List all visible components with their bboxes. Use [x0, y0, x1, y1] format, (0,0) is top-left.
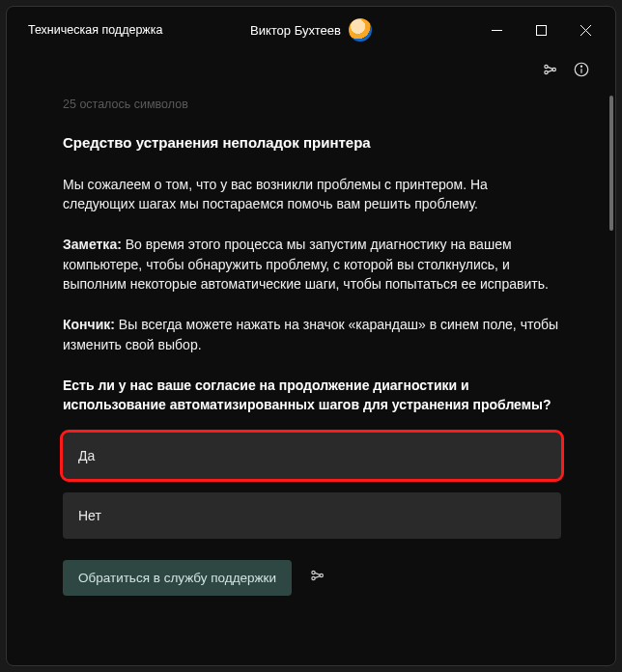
- app-window: Техническая поддержка Виктор Бухтеев: [6, 6, 616, 666]
- close-button[interactable]: [563, 11, 608, 49]
- note-body: Во время этого процесса мы запустим диаг…: [63, 237, 549, 292]
- user-avatar-icon: [349, 18, 372, 42]
- info-icon[interactable]: [573, 61, 590, 82]
- char-counter: 25 осталось символов: [63, 96, 561, 113]
- option-no-label: Нет: [78, 508, 101, 523]
- share-icon[interactable]: [542, 61, 559, 82]
- svg-point-14: [320, 574, 323, 576]
- toolbar: [7, 53, 615, 90]
- titlebar: Техническая поддержка Виктор Бухтеев: [7, 7, 615, 53]
- user-info: Виктор Бухтеев: [250, 18, 372, 42]
- app-title: Техническая поддержка: [28, 23, 162, 37]
- scrollbar[interactable]: [608, 90, 613, 665]
- option-yes[interactable]: Да: [63, 433, 561, 479]
- svg-point-13: [312, 576, 315, 579]
- share-icon[interactable]: [309, 567, 326, 589]
- window-controls: [474, 11, 608, 49]
- tip-paragraph: Кончик: Вы всегда можете нажать на значо…: [63, 315, 561, 354]
- minimize-button[interactable]: [474, 11, 519, 49]
- svg-line-15: [315, 573, 320, 574]
- svg-point-11: [580, 66, 581, 67]
- tip-body: Вы всегда можете нажать на значок «каран…: [63, 317, 558, 351]
- contact-support-button[interactable]: Обратиться в службу поддержки: [63, 560, 292, 596]
- svg-line-16: [315, 576, 320, 578]
- svg-point-5: [545, 70, 548, 73]
- svg-line-8: [548, 70, 552, 72]
- intro-text: Мы сожалеем о том, что у вас возникли пр…: [63, 175, 561, 214]
- note-paragraph: Заметка: Во время этого процесса мы запу…: [63, 235, 561, 294]
- svg-line-7: [548, 67, 552, 69]
- scrollbar-thumb[interactable]: [609, 96, 613, 231]
- footer-row: Обратиться в службу поддержки: [63, 560, 561, 596]
- option-no[interactable]: Нет: [63, 492, 561, 539]
- troubleshooter-heading: Средство устранения неполадок принтера: [63, 132, 561, 154]
- svg-point-12: [312, 571, 315, 574]
- consent-question: Есть ли у нас ваше согласие на продолжен…: [63, 376, 561, 415]
- svg-rect-1: [536, 25, 546, 35]
- content-area: 25 осталось символов Средство устранения…: [7, 90, 615, 665]
- option-yes-label: Да: [78, 448, 95, 463]
- svg-point-6: [552, 68, 555, 70]
- note-label: Заметка:: [63, 237, 122, 252]
- svg-point-4: [545, 65, 548, 68]
- tip-label: Кончик:: [63, 317, 115, 332]
- user-name: Виктор Бухтеев: [250, 23, 341, 38]
- maximize-button[interactable]: [519, 11, 563, 49]
- chat-content: 25 осталось символов Средство устранения…: [7, 90, 606, 665]
